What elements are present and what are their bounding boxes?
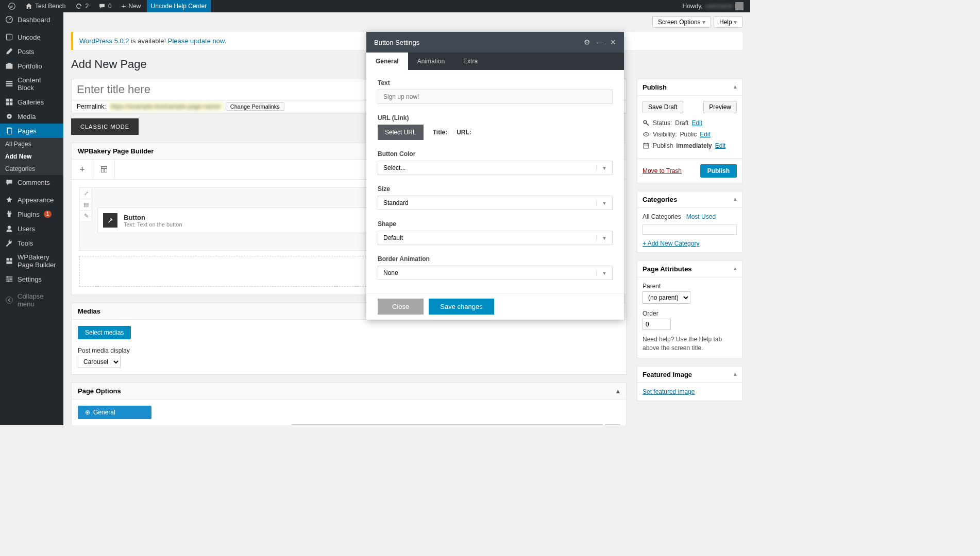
media-display-label: Post media display (78, 347, 620, 354)
attributes-help: Need help? Use the Help tab above the sc… (643, 335, 737, 353)
help-button[interactable]: Help (714, 16, 742, 28)
text-label: Text (378, 79, 613, 86)
color-select[interactable]: Select...▼ (378, 161, 613, 175)
category-list[interactable] (643, 224, 737, 235)
metabox-toggle[interactable]: ▴ (734, 371, 737, 378)
screen-options-button[interactable]: Screen Options (652, 16, 711, 28)
modal-tab-animation[interactable]: Animation (408, 53, 454, 70)
classic-mode-button[interactable]: Classic Mode (71, 118, 139, 135)
nav-tools[interactable]: Tools (0, 236, 63, 250)
preview-button[interactable]: Preview (703, 101, 737, 113)
svg-rect-29 (104, 169, 107, 172)
set-featured-link[interactable]: Set featured image (643, 388, 695, 395)
nav-galleries[interactable]: Galleries (0, 95, 63, 109)
bg-add-button[interactable]: + (605, 424, 620, 425)
svg-rect-4 (8, 63, 11, 64)
nav-settings[interactable]: Settings (0, 272, 63, 286)
select-medias-button[interactable]: Select medias (78, 326, 131, 339)
row-layout-icon[interactable]: ▤ (80, 199, 92, 211)
order-input[interactable] (643, 319, 671, 330)
builder-panel-title: WPBakery Page Builder (78, 147, 154, 155)
cat-tab-all[interactable]: All Categories (643, 213, 681, 220)
close-icon[interactable]: ✕ (610, 38, 616, 46)
modal-close-button[interactable]: Close (378, 299, 424, 315)
panel-toggle-icon[interactable]: ▴ (616, 387, 620, 395)
media-display-select[interactable]: Carousel (78, 356, 121, 368)
nav-wpbakery[interactable]: WPBakery Page Builder (0, 250, 63, 272)
nav-uncode[interactable]: Uncode (0, 30, 63, 44)
nav-media[interactable]: Media (0, 109, 63, 124)
svg-point-31 (646, 134, 647, 135)
nav-plugins[interactable]: Plugins 1 (0, 207, 63, 221)
shape-select[interactable]: Default▼ (378, 231, 613, 245)
edit-status-link[interactable]: Edit (691, 119, 702, 127)
svg-rect-11 (10, 102, 13, 106)
svg-point-16 (8, 225, 11, 229)
nav-posts[interactable]: Posts (0, 44, 63, 59)
bg-label: HTML Body Background (199, 424, 271, 425)
add-element-icon[interactable]: + (72, 160, 93, 179)
permalink-label: Permalink: (77, 103, 106, 110)
svg-rect-32 (644, 144, 649, 148)
modal-tab-extra[interactable]: Extra (454, 53, 487, 70)
nav-appearance[interactable]: Appearance (0, 193, 63, 207)
site-name[interactable]: Test Bench (21, 0, 70, 12)
nav-comments[interactable]: Comments (0, 175, 63, 189)
svg-point-26 (6, 297, 13, 304)
select-url-button[interactable]: Select URL (378, 125, 424, 140)
change-permalinks-button[interactable]: Change Permalinks (226, 102, 284, 111)
updates-link[interactable]: 2 (71, 0, 93, 12)
publish-button[interactable]: Publish (700, 164, 737, 178)
cat-tab-used[interactable]: Most Used (686, 213, 716, 220)
size-select[interactable]: Standard▼ (378, 196, 613, 210)
template-icon[interactable] (93, 160, 115, 179)
help-center-link[interactable]: Uncode Help Center (147, 0, 211, 12)
nav-users[interactable]: Users (0, 221, 63, 236)
admin-bar: Test Bench 2 0 +New Uncode Help Center H… (0, 0, 750, 12)
text-input[interactable] (378, 90, 613, 104)
modal-tab-general[interactable]: General (366, 53, 408, 70)
svg-rect-10 (6, 102, 9, 106)
nav-collapse[interactable]: Collapse menu (0, 289, 63, 311)
row-expand-icon[interactable]: ⤢ (80, 188, 92, 199)
gear-icon[interactable]: ⚙ (584, 38, 590, 46)
color-label: Button Color (378, 150, 613, 158)
svg-rect-9 (10, 99, 13, 102)
featured-title: Featured Image (643, 371, 692, 378)
wp-logo[interactable] (4, 0, 20, 12)
nav-pages-add[interactable]: Add New (0, 150, 63, 163)
minimize-icon[interactable]: — (597, 38, 604, 46)
move-to-trash-link[interactable]: Move to Trash (643, 167, 682, 175)
nav-content-block[interactable]: Content Block (0, 73, 63, 95)
bg-select[interactable]: background-color▾ (292, 424, 603, 425)
edit-visibility-link[interactable]: Edit (700, 131, 711, 138)
nav-portfolio[interactable]: Portfolio (0, 59, 63, 73)
metabox-toggle[interactable]: ▴ (734, 83, 737, 91)
svg-rect-3 (6, 64, 13, 69)
edit-publish-link[interactable]: Edit (715, 142, 726, 149)
new-content[interactable]: +New (117, 0, 145, 12)
globe-icon: ⊕ (85, 409, 90, 416)
user-greeting[interactable]: Howdy, username (683, 2, 747, 10)
nav-dashboard[interactable]: Dashboard (0, 12, 63, 27)
svg-rect-27 (101, 166, 107, 168)
comments-link[interactable]: 0 (94, 0, 116, 12)
save-draft-button[interactable]: Save Draft (643, 101, 683, 113)
modal-save-button[interactable]: Save changes (429, 299, 494, 315)
svg-rect-28 (101, 169, 104, 172)
update-now-link[interactable]: Please update now (168, 37, 225, 45)
nav-pages-categories[interactable]: Categories (0, 163, 63, 175)
parent-select[interactable]: (no parent) (643, 291, 690, 304)
svg-point-30 (644, 120, 647, 124)
row-edit-icon[interactable]: ✎ (80, 211, 92, 222)
nav-pages-all[interactable]: All Pages (0, 138, 63, 150)
po-tab-general[interactable]: ⊕General (78, 406, 151, 419)
url-label: URL (Link) (378, 114, 613, 121)
svg-rect-18 (10, 258, 12, 260)
metabox-toggle[interactable]: ▴ (734, 265, 737, 273)
metabox-toggle[interactable]: ▴ (734, 196, 737, 203)
add-category-link[interactable]: + Add New Category (643, 240, 699, 247)
anim-select[interactable]: None▼ (378, 266, 613, 280)
wp-version-link[interactable]: WordPress 5.0.2 (79, 37, 129, 45)
nav-pages[interactable]: Pages (0, 124, 63, 138)
